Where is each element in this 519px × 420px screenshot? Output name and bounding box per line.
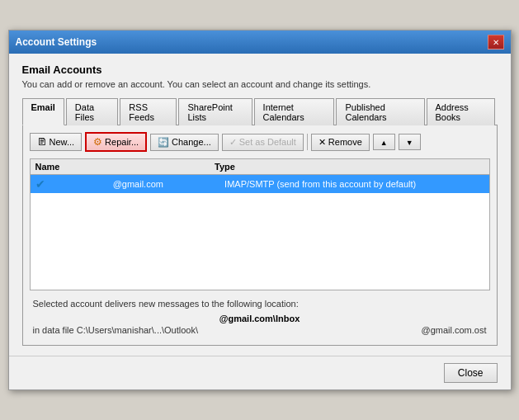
tab-sharepoint-lists[interactable]: SharePoint Lists bbox=[178, 98, 252, 125]
footer-area: Selected account delivers new messages t… bbox=[30, 290, 490, 338]
change-label: Change... bbox=[172, 137, 211, 147]
tab-rss-feeds[interactable]: RSS Feeds bbox=[120, 98, 177, 125]
repair-icon bbox=[93, 136, 102, 148]
window-title: Account Settings bbox=[16, 36, 97, 48]
account-table: Name Type ✔ @gmail.com IMAP/SMTP (send f… bbox=[30, 158, 490, 290]
tab-address-books[interactable]: Address Books bbox=[427, 98, 496, 125]
title-bar: Account Settings ✕ bbox=[9, 31, 511, 54]
tab-internet-calendars[interactable]: Internet Calendars bbox=[254, 98, 335, 125]
toolbar: New... Repair... Change... Set as Defaul… bbox=[30, 132, 490, 152]
account-type: IMAP/SMTP (send from this account by def… bbox=[224, 179, 484, 189]
table-body: ✔ @gmail.com IMAP/SMTP (send from this a… bbox=[31, 175, 489, 282]
toolbar-separator bbox=[307, 134, 308, 150]
move-up-button[interactable] bbox=[373, 134, 395, 150]
tab-bar: Email Data Files RSS Feeds SharePoint Li… bbox=[22, 97, 498, 125]
footer-description: Selected account delivers new messages t… bbox=[33, 299, 487, 309]
footer-file-info: in data file C:\Users\manishar\...\Outlo… bbox=[33, 325, 487, 335]
section-description: You can add or remove an account. You ca… bbox=[22, 79, 498, 89]
down-arrow-icon bbox=[406, 137, 413, 147]
table-row[interactable]: ✔ @gmail.com IMAP/SMTP (send from this a… bbox=[31, 175, 489, 193]
change-button[interactable]: Change... bbox=[150, 134, 219, 151]
set-default-icon bbox=[229, 137, 237, 148]
account-name: @gmail.com bbox=[52, 179, 225, 189]
remove-label: Remove bbox=[328, 137, 362, 147]
column-header-type: Type bbox=[215, 162, 484, 172]
close-window-button[interactable]: ✕ bbox=[488, 35, 504, 50]
tab-published-calendars[interactable]: Published Calendars bbox=[336, 98, 424, 125]
tab-content-email: New... Repair... Change... Set as Defaul… bbox=[22, 125, 498, 346]
window-content: Email Accounts You can add or remove an … bbox=[9, 54, 511, 356]
bottom-bar: Close bbox=[9, 356, 511, 389]
footer-file-label: in data file C:\Users\manishar\...\Outlo… bbox=[33, 325, 199, 335]
new-label: New... bbox=[50, 137, 75, 147]
repair-label: Repair... bbox=[105, 137, 139, 147]
new-icon bbox=[37, 136, 47, 148]
up-arrow-icon bbox=[380, 137, 388, 147]
title-bar-controls: ✕ bbox=[488, 35, 504, 50]
table-header: Name Type bbox=[31, 159, 489, 175]
change-icon bbox=[158, 137, 169, 148]
remove-icon bbox=[318, 137, 326, 148]
new-button[interactable]: New... bbox=[30, 133, 83, 151]
close-button[interactable]: Close bbox=[444, 363, 498, 383]
column-header-name: Name bbox=[35, 162, 215, 172]
set-default-label: Set as Default bbox=[239, 137, 296, 147]
tab-data-files[interactable]: Data Files bbox=[66, 98, 119, 125]
footer-inbox-path: @gmail.com\Inbox bbox=[33, 314, 487, 323]
remove-button[interactable]: Remove bbox=[311, 134, 370, 151]
move-down-button[interactable] bbox=[399, 134, 421, 150]
set-default-button[interactable]: Set as Default bbox=[222, 134, 304, 151]
footer-file-ext: @gmail.com.ost bbox=[421, 325, 486, 335]
account-settings-window: Account Settings ✕ Email Accounts You ca… bbox=[8, 30, 512, 390]
repair-button[interactable]: Repair... bbox=[85, 132, 147, 152]
tab-email[interactable]: Email bbox=[22, 98, 64, 125]
selected-account-icon: ✔ bbox=[35, 177, 50, 191]
section-title: Email Accounts bbox=[22, 64, 498, 76]
